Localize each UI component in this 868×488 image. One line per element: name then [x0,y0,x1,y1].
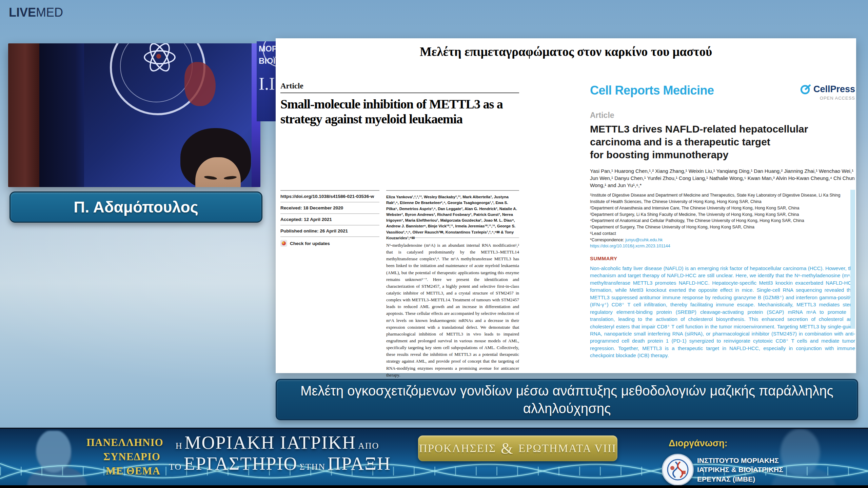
conference-footer: ΠΑΝΕΛΛΗΝΙΟ ΣΥΝΕΔΡΙΟ ΜΕ ΘΕΜΑ Η ΜΟΡΙΑΚΗ ΙΑ… [0,428,868,488]
conference-type-label: ΠΑΝΕΛΛΗΝΙΟ ΣΥΝΕΔΡΙΟ ΜΕ ΘΕΜΑ [86,435,160,478]
webcam-dark-curtain [39,43,84,187]
conference-type-line: ΜΕ ΘΕΜΑ [86,464,160,478]
check-for-updates: Check for updates [280,237,379,250]
slide-edge-strip [850,190,855,329]
check-for-updates-label: Check for updates [290,241,330,246]
livemed-logo-live: LIVE [9,5,36,19]
atom-nucleus-icon [156,54,161,59]
organizer-name-line: ΕΡΕΥΝΑΣ (ΙΜΒΕ) [697,474,783,484]
session-badge-text: ΠΡΟΚΛΗΣΕΙΣ [419,442,496,455]
crossmark-icon [280,240,287,247]
crm-article: Cell Reports Medicine CellPress OPEN ACC… [590,83,855,359]
nature-published-date: Published online: 26 April 2021 [280,225,379,237]
crm-affiliation: ²Department of Anaesthesia and Intensive… [590,205,855,211]
nature-metadata-box: https://doi.org/10.1038/s41586-021-03536… [280,190,379,250]
conference-title-part: ΣΤΗΝ [300,462,326,472]
conference-title-part: ΤΟ [169,462,182,472]
conference-title-part: ΕΡΓΑΣΤΗΡΙΟ [184,453,297,474]
conference-type-line: ΣΥΝΕΔΡΙΟ [86,450,160,464]
organizer-label: Διοργάνωση: [669,438,728,449]
nature-article-title: Small-molecule inhibition of METTL3 as a… [280,97,519,126]
nature-accepted-date: Accepted: 12 April 2021 [280,214,379,225]
crm-article-title: METTL3 drives NAFLD-related hepatocellul… [590,123,855,161]
cellpress-logo-icon [800,83,811,95]
conference-type-line: ΠΑΝΕΛΛΗΝΙΟ [86,435,160,450]
nature-doi: https://doi.org/10.1038/s41586-021-03536… [280,191,379,202]
organizer-name-line: ΙΑΤΡΙΚΗΣ & ΒΙΟΪΑΤΡΙΚΗΣ [697,465,783,474]
presentation-slide: Μελέτη επιμεταγραφώματος στον καρκίνο το… [276,38,856,373]
nature-abstract: N⁶-methyladenosine (m⁶A) is an abundant … [386,238,519,379]
open-access-label: OPEN ACCESS [800,96,855,101]
crm-journal-name: Cell Reports Medicine [590,83,714,98]
cellpress-block: CellPress OPEN ACCESS [800,83,855,101]
slide-caption-text: Μελέτη ογκοσχετιζόμενων γονιδίων μέσω αν… [300,382,833,417]
sliver-text: Ι.Ι [259,74,275,94]
crm-affiliation: ⁴Department of Anatomical and Cellular P… [590,218,855,224]
crm-affiliation: ³Department of Surgery, Li Ka Shing Facu… [590,211,855,218]
crm-affiliation: ⁵Department of Surgery, The Chinese Univ… [590,224,855,230]
livemed-logo: LIVEMED [9,5,63,20]
cellpress-wordmark: CellPress [813,84,855,95]
session-badge: ΠΡΟΚΛΗΣΕΙΣ & ΕΡΩΤΗΜΑΤΑ VIII [418,435,617,461]
crm-correspondence-email: junyu@cuhk.edu.hk [625,238,663,242]
nature-author-list: Eliza Yankova¹,²,³,¹³, Wesley Blackaby³,… [386,190,519,241]
crm-summary-text: Non-alcoholic fatty liver disease (NAFLD… [590,265,855,359]
nature-article-kicker: Article [280,82,519,90]
crm-header: Cell Reports Medicine CellPress OPEN ACC… [590,83,855,101]
crm-affiliations: ¹Institute of Digestive Disease and Depa… [590,192,855,249]
nature-received-date: Received: 18 December 2020 [280,202,379,214]
crm-summary-label: SUMMARY [590,256,855,261]
conference-title-part: Η [176,441,183,451]
session-badge-amp: & [501,440,514,458]
crm-author-list: Yasi Pan,¹ Huarong Chen,¹,² Xiang Zhang,… [590,167,855,189]
organizer-name-line: ΙΝΣΤΙΤΟΥΤΟ ΜΟΡΙΑΚΗΣ [697,456,783,465]
conference-title-part: ΠΡΑΞΗ [328,453,391,474]
crm-doi: https://doi.org/10.1016/j.xcrm.2023.1011… [590,243,855,249]
crm-article-kicker: Article [590,111,855,120]
nature-article-header: Article Small-molecule inhibition of MET… [280,82,519,126]
sliver-text: ΜΟΡ [259,44,276,54]
divider [280,93,519,93]
conference-title: Η ΜΟΡΙΑΚΗ ΙΑΤΡΙΚΗ ΑΠΟ ΤΟ ΕΡΓΑΣΤΗΡΙΟ ΣΤΗΝ… [169,432,386,474]
webcam-maroon-wall [8,43,39,187]
speaker-webcam-video [8,43,260,187]
slide-title: Μελέτη επιμεταγραφώματος στον καρκίνο το… [276,44,856,59]
crm-correspondence: *Correspondence: junyu@cuhk.edu.hk [590,237,855,243]
sliver-text: ΒΙΟΪ [259,56,275,66]
speaker-nameplate: Π. Αδαμόπουλος [9,191,262,223]
organizer-name: ΙΝΣΤΙΤΟΥΤΟ ΜΟΡΙΑΚΗΣ ΙΑΤΡΙΚΗΣ & ΒΙΟΪΑΤΡΙΚ… [697,456,783,484]
stream-stage: LIVEMED ΜΟΡ ΒΙΟΪ Ι.Ι Π. Αδαμόπουλος Μελέ… [0,0,868,488]
conference-title-part: ΑΠΟ [358,441,379,451]
crm-correspondence-label: *Correspondence: [590,238,624,242]
livemed-logo-med: MED [36,5,63,19]
speaker-name: Π. Αδαμόπουλος [74,198,198,216]
crm-affiliation: ¹Institute of Digestive Disease and Depa… [590,192,855,205]
conference-title-part: ΜΟΡΙΑΚΗ ΙΑΤΡΙΚΗ [184,432,356,453]
backdrop-sliver: ΜΟΡ ΒΙΟΪ Ι.Ι [257,41,276,121]
imbe-logo-icon [662,454,694,486]
session-badge-text: ΕΡΩΤΗΜΑΤΑ VIII [518,442,616,455]
crm-lead-contact: ⁶Lead contact [590,230,855,237]
slide-caption-banner: Μελέτη ογκοσχετιζόμενων γονιδίων μέσω αν… [276,379,858,420]
